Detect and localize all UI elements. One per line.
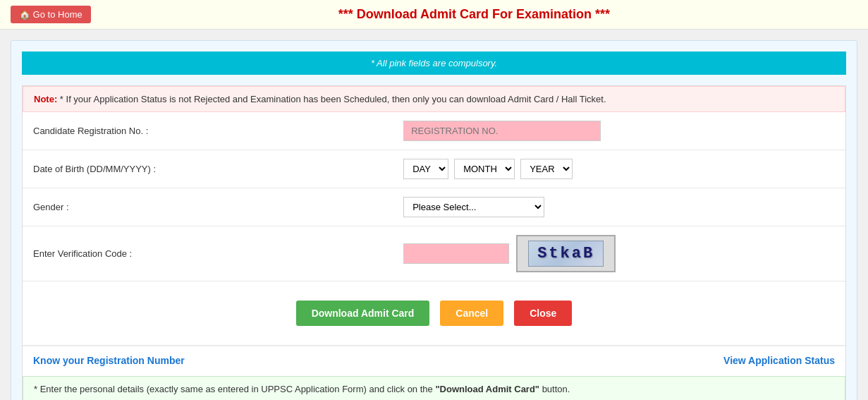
verification-row: Enter Verification Code : StkaB [23, 226, 845, 281]
main-container: * All pink fields are compulsory. Note: … [11, 40, 857, 400]
form-wrapper: Note: * If your Application Status is no… [22, 85, 846, 400]
dob-cell: DAY0102030405060708091011121314151617181… [393, 150, 845, 188]
info-footer: * Enter the personal details (exactly sa… [23, 376, 845, 400]
note-box: Note: * If your Application Status is no… [23, 86, 845, 112]
view-application-status-link[interactable]: View Application Status [723, 355, 835, 366]
close-button[interactable]: Close [514, 301, 572, 326]
gender-cell: Please Select...MaleFemaleOther [393, 188, 845, 226]
footer-text-start: * Enter the personal details (exactly sa… [34, 384, 435, 394]
verification-input[interactable] [403, 243, 509, 264]
footer-link-text: "Download Admit Card" [435, 384, 539, 394]
reg-no-cell [393, 112, 845, 150]
verification-row-inner: StkaB [403, 235, 835, 272]
buttons-container: Download Admit Card Cancel Close [33, 290, 835, 337]
verification-cell: StkaB [393, 226, 845, 281]
go-home-button[interactable]: 🏠 Go to Home [11, 6, 91, 23]
reg-no-label: Candidate Registration No. : [23, 112, 393, 150]
note-text: * If your Application Status is not Reje… [60, 94, 606, 104]
dob-row: Date of Birth (DD/MM/YYYY) : DAY01020304… [23, 150, 845, 188]
note-prefix: Note: [34, 94, 57, 104]
captcha-text: StkaB [528, 241, 604, 267]
dob-label: Date of Birth (DD/MM/YYYY) : [23, 150, 393, 188]
dob-year-select[interactable]: YEAR198019811982198319841985198619871988… [520, 159, 573, 179]
know-registration-link[interactable]: Know your Registration Number [33, 355, 185, 366]
gender-select[interactable]: Please Select...MaleFemaleOther [403, 197, 544, 217]
links-row: Know your Registration Number View Appli… [23, 346, 845, 375]
dob-month-select[interactable]: MONTH010203040506070809101112 [454, 159, 515, 179]
buttons-cell: Download Admit Card Cancel Close [23, 281, 845, 346]
form-table: Candidate Registration No. : Date of Bir… [23, 112, 845, 346]
download-admit-card-button[interactable]: Download Admit Card [296, 301, 430, 326]
header-bar: 🏠 Go to Home *** Download Admit Card For… [0, 0, 868, 30]
buttons-row-tr: Download Admit Card Cancel Close [23, 281, 845, 346]
reg-no-row: Candidate Registration No. : [23, 112, 845, 150]
footer-text-end: button. [539, 384, 570, 394]
gender-row: Gender : Please Select...MaleFemaleOther [23, 188, 845, 226]
compulsory-notice: * All pink fields are compulsory. [22, 51, 846, 75]
gender-label: Gender : [23, 188, 393, 226]
cancel-button[interactable]: Cancel [440, 301, 503, 326]
dob-day-select[interactable]: DAY0102030405060708091011121314151617181… [403, 159, 448, 179]
page-title: *** Download Admit Card For Examination … [91, 7, 857, 22]
captcha-image: StkaB [516, 235, 616, 272]
dob-selects: DAY0102030405060708091011121314151617181… [403, 159, 835, 179]
verification-label: Enter Verification Code : [23, 226, 393, 281]
reg-no-input[interactable] [403, 121, 601, 141]
